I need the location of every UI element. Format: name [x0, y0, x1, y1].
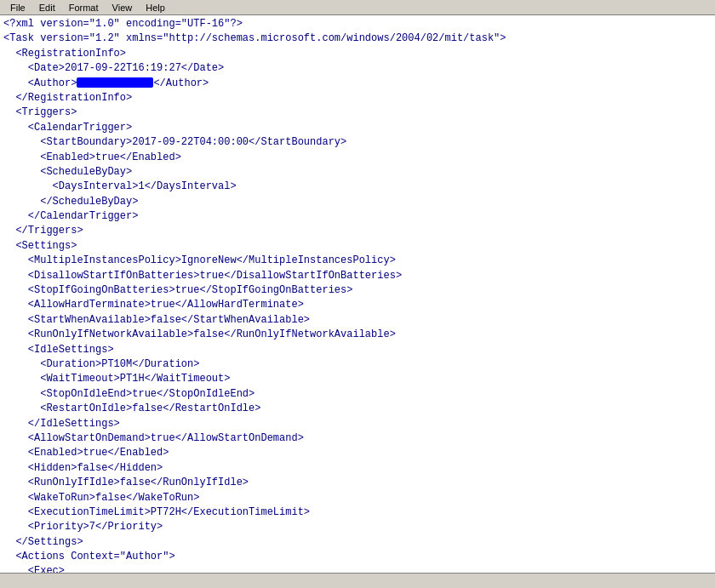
menu-help[interactable]: Help — [139, 2, 172, 14]
menu-file[interactable]: File — [3, 2, 32, 14]
menubar: File Edit Format View Help — [0, 0, 715, 15]
statusbar — [0, 573, 715, 588]
xml-content: <?xml version="1.0" encoding="UTF-16"?> … — [3, 17, 712, 573]
menu-format[interactable]: Format — [62, 2, 106, 14]
code-editor[interactable]: <?xml version="1.0" encoding="UTF-16"?> … — [0, 15, 715, 573]
menu-view[interactable]: View — [106, 2, 140, 14]
menu-edit[interactable]: Edit — [32, 2, 62, 14]
author-redact — [77, 77, 153, 88]
